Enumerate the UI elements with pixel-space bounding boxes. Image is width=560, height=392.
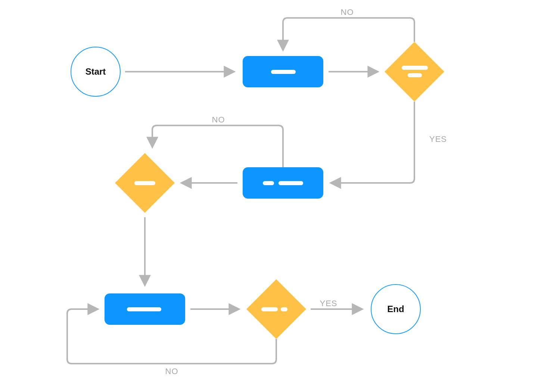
placeholder-bar: [134, 181, 155, 185]
edge-label-yes-2: YES: [320, 299, 337, 308]
placeholder-bar: [279, 181, 303, 185]
edge-dec1-yes: YES: [332, 102, 447, 183]
decision-2: [115, 153, 175, 213]
process-1: [243, 56, 323, 87]
placeholder-bar: [263, 181, 274, 185]
edge-label-no-1: NO: [341, 7, 354, 17]
decision-3: [246, 279, 306, 339]
edge-label-no-2: NO: [212, 115, 225, 124]
edge-dec1-no: NO: [283, 7, 414, 49]
start-node: Start: [71, 47, 120, 96]
end-node: End: [371, 284, 420, 334]
edge-label-no-3: NO: [165, 367, 178, 376]
svg-marker-4: [385, 42, 444, 102]
placeholder-bar: [127, 307, 161, 311]
placeholder-bar: [281, 307, 287, 311]
decision-1: [385, 42, 444, 102]
end-label: End: [387, 304, 404, 314]
start-label: Start: [85, 66, 106, 77]
placeholder-bar: [408, 73, 422, 77]
edge-dec3-yes: YES: [311, 299, 361, 309]
process-3: [105, 293, 185, 325]
edge-label-yes-1: YES: [429, 134, 447, 144]
placeholder-bar: [261, 307, 278, 311]
process-2: [243, 167, 323, 199]
edge-dec2-no: NO: [152, 115, 283, 167]
placeholder-bar: [402, 66, 428, 70]
placeholder-bar: [271, 70, 296, 74]
